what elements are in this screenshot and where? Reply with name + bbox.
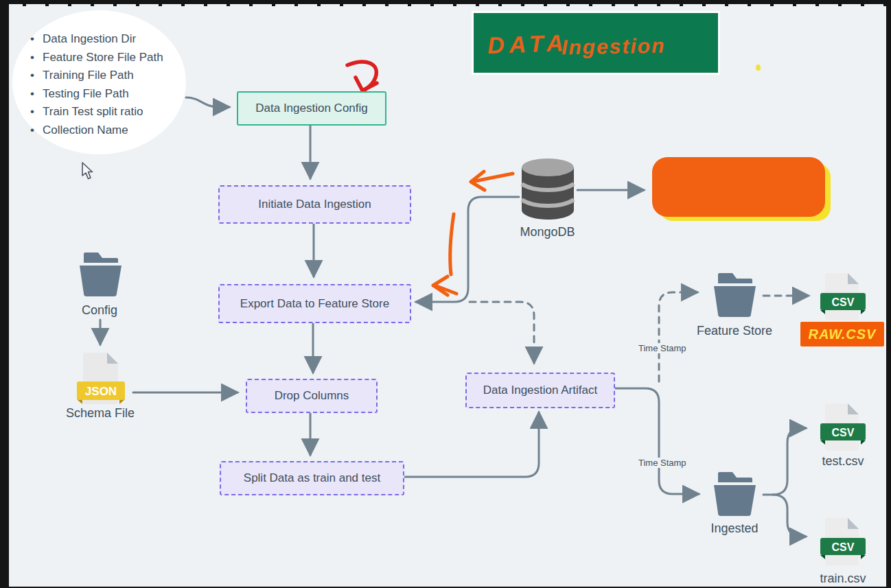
node-export-data-to-feature-store[interactable]: Export Data to Feature Store (218, 284, 411, 323)
file-fold (107, 353, 118, 364)
node-split-data[interactable]: Split Data as train and test (220, 461, 404, 495)
time-stamp-label-upper[interactable]: Time Stamp (636, 343, 688, 353)
edge-ingested-to-train-csv[interactable] (773, 495, 806, 537)
raw-csv-file-icon[interactable]: CSV (819, 272, 867, 322)
train-csv-file-icon[interactable]: CSV (819, 517, 867, 567)
cylinder-top (522, 158, 574, 176)
mongodb-database-icon[interactable] (519, 156, 577, 222)
node-label: Export Data to Feature Store (240, 297, 389, 311)
orange-scribble-block[interactable] (652, 157, 825, 217)
feature-store-folder-icon[interactable] (708, 272, 761, 317)
test-csv-file-icon[interactable]: CSV (819, 402, 867, 453)
folder-body (714, 485, 756, 516)
json-badge: JSON (85, 385, 117, 398)
node-label: Data Ingestion Artifact (483, 384, 597, 397)
csv-badge: CSV (832, 296, 855, 308)
node-data-ingestion-config[interactable]: Data Ingestion Config (237, 91, 386, 126)
edge-mongodb-to-export[interactable] (416, 197, 519, 302)
csv-badge: CSV (832, 541, 855, 553)
config-folder-icon[interactable] (74, 251, 126, 296)
file-fold (848, 273, 859, 284)
ribbon-fold (820, 555, 825, 559)
ingested-folder-icon[interactable] (708, 471, 761, 516)
schema-json-file-icon[interactable]: JSON (76, 351, 126, 406)
ribbon-fold (119, 399, 125, 404)
edge-artifact-to-ingested[interactable] (614, 388, 699, 494)
folder-tab (84, 252, 118, 263)
raw-csv-text: RAW.CSV (809, 327, 877, 342)
ribbon-fold (861, 555, 866, 559)
edge-split-to-artifact[interactable] (403, 412, 539, 477)
title-banner[interactable]: DATA Ingestion (472, 11, 720, 75)
ribbon-fold (820, 440, 825, 445)
time-stamp-label-lower[interactable]: Time Stamp (636, 458, 688, 468)
folder-body (714, 286, 756, 317)
node-label: Split Data as train and test (244, 471, 380, 485)
node-label: Drop Columns (275, 389, 349, 403)
node-label: Initiate Data Ingestion (258, 198, 371, 211)
orange-ink-arrow-to-mongodb[interactable] (471, 172, 513, 190)
ribbon-fold (77, 399, 82, 404)
stray-yellow-mark (756, 64, 761, 71)
node-initiate-data-ingestion[interactable]: Initiate Data Ingestion (218, 185, 411, 224)
title-word-ingestion: Ingestion (562, 34, 666, 60)
node-label: Data Ingestion Config (255, 102, 368, 115)
folder-body (80, 266, 121, 296)
mouse-cursor (81, 162, 96, 180)
node-drop-columns[interactable]: Drop Columns (246, 379, 378, 413)
ribbon-fold (861, 440, 866, 445)
folder-tab (718, 273, 752, 283)
ribbon-fold (820, 310, 825, 314)
ribbon-fold (861, 310, 866, 314)
screen-right-edge (886, 0, 891, 588)
edge-ellipse-to-config[interactable] (186, 97, 229, 107)
raw-csv-annotation[interactable]: RAW.CSV (800, 322, 884, 346)
orange-ink-arrow-to-export[interactable] (433, 214, 456, 295)
edge-export-to-artifact-dashed[interactable] (470, 302, 534, 363)
folder-tab (718, 472, 752, 482)
file-fold (848, 518, 859, 529)
screen-top-edge (0, 0, 891, 4)
edge-ingested-to-test-csv[interactable] (763, 428, 806, 495)
edge-artifact-to-feature-store-dashed[interactable] (659, 292, 697, 381)
screen-left-edge (0, 0, 9, 588)
red-ink-arrow-to-config[interactable] (347, 62, 377, 91)
file-fold (848, 403, 859, 414)
title-word-data: DATA (487, 30, 568, 59)
csv-badge: CSV (832, 427, 855, 438)
node-data-ingestion-artifact[interactable]: Data Ingestion Artifact (465, 373, 615, 408)
